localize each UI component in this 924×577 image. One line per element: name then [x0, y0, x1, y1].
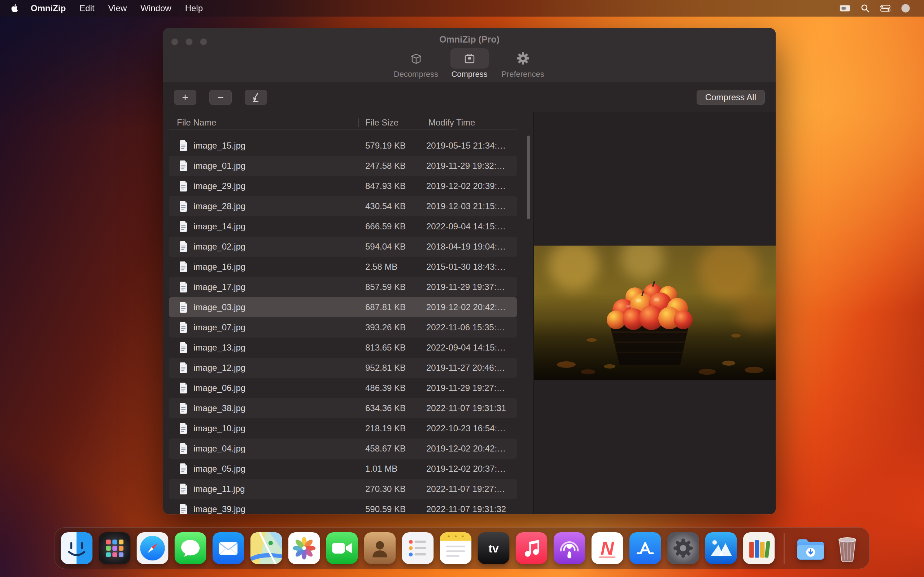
- svg-text:tv: tv: [488, 542, 499, 555]
- table-row[interactable]: image_14.jpg 666.59 KB 2022-09-04 14:15:…: [169, 216, 517, 237]
- scrollbar-thumb[interactable]: [527, 135, 530, 219]
- dock-reminders-icon[interactable]: [402, 532, 434, 564]
- file-size: 666.59 KB: [365, 216, 406, 237]
- dock-launchpad-icon[interactable]: [99, 532, 131, 564]
- dock-music-icon[interactable]: [516, 532, 548, 564]
- table-row[interactable]: image_17.jpg 857.59 KB 2019-11-29 19:37:…: [169, 277, 517, 297]
- file-size: 270.30 KB: [365, 479, 406, 499]
- document-icon: [179, 261, 188, 272]
- file-list-pane: File Name File Size Modify Time image_15…: [163, 112, 533, 514]
- table-row[interactable]: image_01.jpg 247.58 KB 2019-11-29 19:32:…: [169, 156, 517, 176]
- tab-decompress[interactable]: Decompress: [391, 48, 441, 79]
- dock-facetime-icon[interactable]: [326, 532, 358, 564]
- column-divider[interactable]: [422, 118, 422, 127]
- control-center-icon[interactable]: [878, 0, 893, 16]
- dock-news-icon[interactable]: N: [591, 532, 624, 564]
- tab-preferences[interactable]: Preferences: [498, 48, 548, 79]
- dock-mail-icon[interactable]: [213, 532, 244, 564]
- dock-omnizip-icon[interactable]: [743, 532, 775, 564]
- file-size: 813.65 KB: [365, 338, 406, 358]
- tab-compress[interactable]: Compress: [444, 48, 495, 79]
- menubar-item-window[interactable]: Window: [134, 0, 178, 16]
- titlebar[interactable]: OmniZip (Pro) Decompress Compress: [163, 28, 775, 82]
- gear-icon: [504, 48, 542, 69]
- file-size: 430.54 KB: [365, 196, 406, 216]
- column-divider[interactable]: [359, 118, 359, 127]
- table-row[interactable]: image_13.jpg 813.65 KB 2022-09-04 14:15:…: [169, 338, 517, 358]
- dock-downloads-icon[interactable]: [794, 532, 825, 564]
- dock-notes-icon[interactable]: [440, 532, 472, 564]
- table-row[interactable]: image_29.jpg 847.93 KB 2019-12-02 20:39:…: [169, 176, 517, 196]
- file-modify-time: 2022-11-06 15:35:…: [426, 318, 505, 338]
- scrollbar-track[interactable]: [527, 135, 530, 511]
- table-row[interactable]: image_16.jpg 2.58 MB 2015-01-30 18:43:…: [169, 257, 517, 277]
- preview-pane: [533, 112, 775, 514]
- dock-finder-icon[interactable]: [61, 532, 93, 564]
- file-modify-time: 2022-10-23 16:54:…: [426, 418, 506, 438]
- broom-icon: [250, 92, 261, 103]
- document-icon: [179, 221, 188, 232]
- file-size: 952.81 KB: [365, 358, 406, 378]
- clear-list-button[interactable]: [245, 90, 267, 105]
- table-row[interactable]: image_03.jpg 687.81 KB 2019-12-02 20:42:…: [169, 297, 517, 318]
- file-modify-time: 2019-12-02 20:42:…: [426, 297, 506, 318]
- dock-podcasts-icon[interactable]: [554, 532, 585, 564]
- table-row[interactable]: image_11.jpg 270.30 KB 2022-11-07 19:27:…: [169, 479, 517, 499]
- file-modify-time: 2019-12-02 20:39:…: [426, 176, 506, 196]
- column-header-file-name[interactable]: File Name: [177, 115, 216, 130]
- menubar-item-edit[interactable]: Edit: [73, 0, 101, 16]
- table-row[interactable]: image_10.jpg 218.19 KB 2022-10-23 16:54:…: [169, 418, 517, 438]
- table-header: File Name File Size Modify Time: [169, 115, 517, 130]
- keyboard-icon[interactable]: [837, 0, 853, 16]
- table-row[interactable]: image_39.jpg 590.59 KB 2022-11-07 19:31:…: [169, 499, 517, 514]
- dock-messages-icon[interactable]: [175, 532, 207, 564]
- table-row[interactable]: image_38.jpg 634.36 KB 2022-11-07 19:31:…: [169, 398, 517, 418]
- apple-menu-icon[interactable]: [10, 3, 20, 14]
- dock-preview-icon[interactable]: [705, 532, 737, 564]
- menubar-item-help[interactable]: Help: [178, 0, 210, 16]
- file-size: 486.39 KB: [365, 378, 406, 398]
- dock-separator: [784, 533, 785, 564]
- remove-file-button[interactable]: −: [209, 90, 232, 105]
- file-name: image_11.jpg: [194, 479, 245, 499]
- compress-all-button[interactable]: Compress All: [696, 90, 765, 105]
- column-header-file-size[interactable]: File Size: [365, 115, 399, 130]
- tab-compress-label: Compress: [451, 69, 487, 79]
- file-size: 579.19 KB: [365, 135, 406, 156]
- file-size: 393.26 KB: [365, 318, 406, 338]
- menubar-item-view[interactable]: View: [102, 0, 134, 16]
- document-icon: [179, 140, 188, 151]
- table-row[interactable]: image_28.jpg 430.54 KB 2019-12-03 21:15:…: [169, 196, 517, 216]
- table-row[interactable]: image_06.jpg 486.39 KB 2019-11-29 19:27:…: [169, 378, 517, 398]
- dock-trash-icon[interactable]: [832, 532, 863, 564]
- column-header-modify-time[interactable]: Modify Time: [428, 115, 475, 130]
- table-row[interactable]: image_02.jpg 594.04 KB 2018-04-19 19:04:…: [169, 237, 517, 257]
- document-icon: [179, 302, 188, 313]
- document-icon: [179, 383, 188, 393]
- tab-decompress-label: Decompress: [394, 69, 438, 79]
- file-name: image_04.jpg: [194, 438, 246, 459]
- tab-preferences-label: Preferences: [501, 69, 544, 79]
- table-row[interactable]: image_12.jpg 952.81 KB 2019-11-27 20:46:…: [169, 358, 517, 378]
- dock-contacts-icon[interactable]: [364, 532, 396, 564]
- dock-settings-icon[interactable]: [667, 532, 699, 564]
- table-row[interactable]: image_15.jpg 579.19 KB 2019-05-15 21:34:…: [169, 135, 517, 156]
- dock-tv-icon[interactable]: tv: [478, 532, 510, 564]
- file-toolbar: + − Compress All: [163, 87, 775, 108]
- file-name: image_10.jpg: [194, 418, 246, 438]
- file-modify-time: 2022-09-04 14:15:…: [426, 338, 506, 358]
- dock-safari-icon[interactable]: [137, 532, 168, 564]
- add-file-button[interactable]: +: [174, 90, 196, 105]
- table-row[interactable]: image_05.jpg 1.01 MB 2019-12-02 20:37:…: [169, 459, 517, 479]
- table-row[interactable]: image_07.jpg 393.26 KB 2022-11-06 15:35:…: [169, 318, 517, 338]
- table-row[interactable]: image_04.jpg 458.67 KB 2019-12-02 20:42:…: [169, 438, 517, 459]
- file-name: image_07.jpg: [194, 318, 246, 338]
- dock-appstore-icon[interactable]: [630, 532, 661, 564]
- status-circle-icon[interactable]: [898, 0, 913, 16]
- spotlight-search-icon[interactable]: [858, 0, 873, 16]
- menubar: OmniZip Edit View Window Help: [0, 0, 924, 16]
- menubar-app-name[interactable]: OmniZip: [24, 0, 73, 16]
- dock-maps-icon[interactable]: [250, 532, 282, 564]
- dock-photos-icon[interactable]: [288, 532, 320, 564]
- document-icon: [179, 484, 188, 495]
